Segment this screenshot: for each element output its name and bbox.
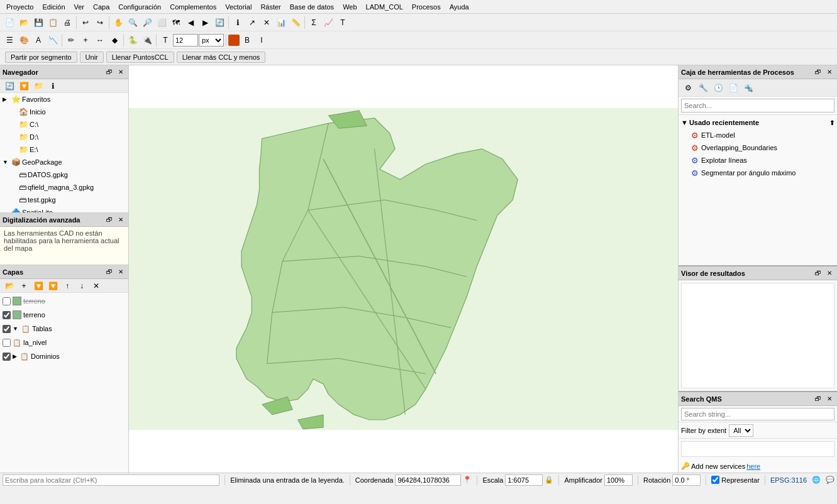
layers-close-icon[interactable]: ✕: [116, 267, 126, 277]
move-feature-btn[interactable]: ↔: [93, 33, 107, 47]
attr-table-btn[interactable]: 📊: [274, 16, 288, 30]
nav-item-test[interactable]: 🗃 test.gpkg: [0, 194, 128, 206]
terreno-checked-checkbox[interactable]: [3, 311, 11, 319]
nav-item-spatialite[interactable]: 🔷 SpatiaLite: [0, 206, 128, 212]
partir-segmento-btn[interactable]: Partir por segmento: [5, 52, 77, 63]
scale-input[interactable]: [505, 474, 543, 486]
save-as-btn[interactable]: 📋: [46, 16, 60, 30]
qms-footer-link[interactable]: here: [746, 463, 760, 470]
layers-remove-btn[interactable]: ✕: [89, 279, 103, 293]
map-area[interactable]: [129, 65, 678, 473]
results-close-icon[interactable]: ✕: [824, 268, 834, 278]
zoom-extent-btn[interactable]: ⬜: [155, 16, 169, 30]
italic-btn[interactable]: I: [255, 33, 269, 47]
toolbox-settings-btn[interactable]: 🔩: [741, 81, 755, 95]
zoom-prev-btn[interactable]: ◀: [184, 16, 197, 30]
qms-close-icon[interactable]: ✕: [824, 394, 834, 404]
status-search-input[interactable]: [3, 474, 219, 486]
results-restore-icon[interactable]: 🗗: [813, 268, 823, 278]
layer-item-terreno-checked[interactable]: terreno: [0, 308, 128, 322]
diagram-btn[interactable]: 📉: [46, 33, 60, 47]
nav-item-geopackage[interactable]: ▼ 📦 GeoPackage: [0, 156, 128, 168]
dominios-checkbox[interactable]: [3, 353, 11, 361]
layers-filter2-btn[interactable]: 🔽: [46, 279, 60, 293]
layers-add-btn[interactable]: +: [17, 279, 31, 293]
pan-btn[interactable]: ✋: [111, 16, 125, 30]
toolbox-doc-btn[interactable]: 📄: [726, 81, 740, 95]
nav-refresh-btn[interactable]: 🔄: [3, 79, 16, 93]
nav-filter-btn[interactable]: 🔽: [17, 79, 31, 93]
toolbox-overlap-item[interactable]: ⚙ Overlapping_Boundaries: [679, 141, 837, 154]
llenar-puntoscl-btn[interactable]: Llenar PuntosCCL: [106, 52, 174, 63]
layer-item-la-nivel[interactable]: 📋 la_nivel: [0, 336, 128, 349]
layers-filter-btn[interactable]: 🔽: [31, 279, 45, 293]
nav-collapse-btn[interactable]: 📁: [31, 79, 45, 93]
navigator-close-icon[interactable]: ✕: [116, 67, 126, 77]
deselect-btn[interactable]: ✕: [260, 16, 274, 30]
menu-ayuda[interactable]: Ayuda: [446, 2, 473, 12]
undo-btn[interactable]: ↩: [79, 16, 92, 30]
toolbox-restore-icon[interactable]: 🗗: [813, 67, 823, 77]
layer-item-tablas[interactable]: ▼ 📋 Tablas: [0, 322, 128, 336]
nav-item-inicio[interactable]: 🏠 Inicio: [0, 106, 128, 118]
layers-up-btn[interactable]: ↑: [60, 279, 74, 293]
qms-filter-select[interactable]: All: [729, 424, 753, 437]
open-btn[interactable]: 📂: [17, 16, 31, 30]
dig-close-icon[interactable]: ✕: [116, 215, 126, 225]
toolbox-gear-btn[interactable]: ⚙: [681, 81, 695, 95]
nav-item-e[interactable]: 📁 E:\: [0, 143, 128, 156]
messages-icon[interactable]: 💬: [826, 476, 834, 484]
nav-item-datos-gpkg[interactable]: 🗃 DATOS.gpkg: [0, 168, 128, 181]
layer-item-dominios[interactable]: ▶ 📋 Dominios: [0, 349, 128, 363]
save-btn[interactable]: 💾: [31, 16, 45, 30]
terreno-unchecked-checkbox[interactable]: [3, 297, 11, 305]
stats-btn[interactable]: 📈: [321, 16, 335, 30]
select-btn[interactable]: ↗: [245, 16, 259, 30]
toolbox-explotar-item[interactable]: ⚙ Explotar líneas: [679, 154, 837, 167]
menu-ladm-col[interactable]: LADM_COL: [362, 2, 407, 12]
menu-vectorial[interactable]: Vectorial: [221, 2, 255, 12]
tablas-checkbox[interactable]: [3, 325, 11, 333]
layers-down-btn[interactable]: ↓: [75, 279, 89, 293]
menu-procesos[interactable]: Procesos: [408, 2, 445, 12]
rotation-input[interactable]: [672, 474, 701, 486]
toolbox-close-icon[interactable]: ✕: [824, 67, 834, 77]
layers-restore-icon[interactable]: 🗗: [104, 267, 114, 277]
font-size-input[interactable]: [173, 34, 198, 47]
render-checkbox[interactable]: [711, 476, 719, 484]
zoom-layer-btn[interactable]: 🗺: [169, 16, 183, 30]
nav-item-c[interactable]: 📁 C:\: [0, 118, 128, 131]
menu-capa[interactable]: Capa: [89, 2, 113, 12]
toolbox-history-btn[interactable]: 🕒: [711, 81, 725, 95]
identify-btn[interactable]: ℹ: [231, 16, 245, 30]
nav-info-btn[interactable]: ℹ: [46, 79, 60, 93]
unir-btn[interactable]: Unir: [80, 52, 104, 63]
menu-web[interactable]: Web: [339, 2, 360, 12]
refresh-btn[interactable]: 🔄: [213, 16, 226, 30]
coordinate-input[interactable]: [395, 474, 461, 486]
toolbox-segmentar-item[interactable]: ⚙ Segmentar por ángulo máximo: [679, 167, 837, 179]
menu-configuracion[interactable]: Configuración: [114, 2, 165, 12]
nav-item-qfield[interactable]: 🗃 qfield_magna_3.gpkg: [0, 181, 128, 194]
nav-item-favoritos[interactable]: ▶ ⭐ Favoritos: [0, 93, 128, 106]
qms-search-input[interactable]: [681, 408, 834, 420]
zoom-out-btn[interactable]: 🔎: [140, 16, 154, 30]
menu-proyecto[interactable]: Proyecto: [3, 2, 37, 12]
redo-btn[interactable]: ↪: [93, 16, 107, 30]
nav-item-d[interactable]: 📁 D:\: [0, 131, 128, 143]
menu-base-datos[interactable]: Base de datos: [286, 2, 338, 12]
layers-open-btn[interactable]: 📂: [3, 279, 16, 293]
layer-toggle-btn[interactable]: ☰: [3, 33, 16, 47]
toolbox-model-btn[interactable]: 🔧: [696, 81, 710, 95]
toolbox-expand-btn[interactable]: ⬆: [829, 119, 834, 126]
edit-btn[interactable]: ✏: [64, 33, 78, 47]
toolbox-search-input[interactable]: [681, 99, 834, 112]
new-project-btn[interactable]: 📄: [3, 16, 16, 30]
python-btn[interactable]: 🐍: [126, 33, 140, 47]
la-nivel-checkbox[interactable]: [3, 339, 11, 347]
field-calc-btn[interactable]: T: [336, 16, 350, 30]
dig-restore-icon[interactable]: 🗗: [104, 215, 114, 225]
add-feature-btn[interactable]: +: [79, 33, 92, 47]
menu-edicion[interactable]: Edición: [38, 2, 69, 12]
bold-btn[interactable]: B: [240, 33, 254, 47]
